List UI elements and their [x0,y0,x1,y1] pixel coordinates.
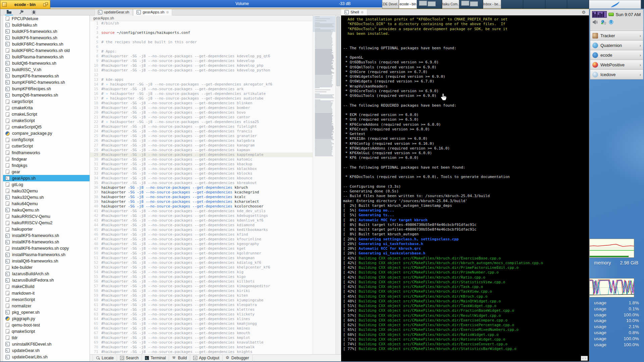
taskbar-empty-slot[interactable] [523,0,545,9]
file-tree-item[interactable]: haiku64Qemu [3,200,90,207]
panel-button-app-output[interactable]: App Output [190,355,223,362]
speaker-icon[interactable] [593,20,598,26]
file-tree-item[interactable]: buildRISC_V.sh [3,66,90,73]
taskbar-window-thumbnails[interactable] [459,0,483,9]
terminal-settings-gear-icon[interactable]: ⚙ [582,10,586,15]
file-tree-item[interactable]: updateGear.sh [3,347,90,354]
file-tree-item[interactable]: normalizer [3,303,90,309]
file-tree-item[interactable]: findframeworks [3,149,90,156]
minimap[interactable] [313,15,335,354]
network-icon[interactable] [601,20,606,26]
volume-window-bar[interactable]: Volume -33 dB [50,0,382,7]
file-tree-item[interactable]: installKF6-frameworks.sh [3,239,90,245]
file-tree-item[interactable]: compare_package.py [3,130,90,137]
file-tree-item[interactable]: cutterScript [3,143,90,149]
file-tree-item[interactable]: buildKF6-frameworks.sh [3,35,90,41]
file-tree-item[interactable]: bumpKF6-frameworks.sh [3,73,90,79]
shell-tab[interactable]: Shell ⊗ [341,9,367,15]
panel-button-search[interactable]: Search [117,355,142,362]
taskbar-empty-slot[interactable] [501,0,523,9]
taskbar-empty-slot[interactable] [567,0,589,9]
file-tree-item[interactable]: bumpKF6RC-frameworks.sh [3,79,90,85]
tab-close-icon[interactable]: ⊗ [166,10,169,14]
file-tree-item[interactable]: cmakeScript [3,118,90,124]
window-title-tab[interactable]: ecode - bin [0,0,50,9]
panel-button-debugger[interactable]: Debugger [223,355,253,362]
desktop-area[interactable]: Sun 9:07 AM Tracker›Quaternion›ecode›Web… [589,9,644,362]
chat-icon[interactable] [609,20,614,26]
file-tree-item[interactable]: cargoScript [3,99,90,105]
file-tree-item[interactable]: cmakeKrita [3,105,90,111]
file-tree-item[interactable]: buildHaiku.sh [3,22,90,28]
file-tree-item[interactable]: tldr [3,335,90,341]
file-tree-item[interactable]: pkg_opener.sh [3,309,90,315]
file-tree-item[interactable]: bumpKF6Recipes.sh [3,86,90,92]
haiku-leaf-icon[interactable] [589,0,641,9]
file-tree-item[interactable]: haikuRRISCV-Qemu [3,213,90,220]
deskbar-app-icedove[interactable]: Icedove› [590,70,643,79]
file-tree-item[interactable]: haikuRRISCV-Qemu2 [3,220,90,226]
terminal-pane[interactable]: Add the installation prefix of "KF6DocTo… [341,15,589,361]
file-tree-item[interactable]: haikuporter [3,226,90,233]
panel-button-locate[interactable]: Locate [93,355,117,362]
deskbar-app-quaternion[interactable]: Quaternion› [590,41,643,50]
file-tree-item[interactable]: gitLog [3,181,90,188]
file-tree-item[interactable]: findpkgs [3,162,90,169]
file-tree-item[interactable]: haiku32Qemu.sh [3,194,90,200]
file-tree-item[interactable]: pkggraph.py [3,315,90,322]
file-tree-item[interactable]: makeCBuild [3,284,90,290]
file-tree-item[interactable]: gearApps.sh [3,175,90,181]
shell-tab-close-icon[interactable]: ⊗ [361,10,364,14]
file-tree-item[interactable]: qemu-boot-test [3,322,90,328]
panel-button-build[interactable]: Build [169,355,190,362]
file-tree-item[interactable]: installQt6-frameworks.sh [3,258,90,264]
editor-scrollbar-thumb[interactable] [336,16,340,86]
file-tree-item[interactable]: buildQt6-frameworks.sh [3,60,90,66]
file-tree-item[interactable]: cmakeScriptQt5 [3,124,90,130]
file-tree-item[interactable]: cmakeLScript [3,111,90,118]
file-tree-item[interactable]: buildKF6RC-frameworks.sh old [3,47,90,54]
tools-wrench-icon[interactable] [18,9,25,15]
file-tree-item[interactable]: haiku32Qemu [3,188,90,194]
file-tree-item[interactable]: bumpQt6-frameworks.sh [3,92,90,99]
file-tree-item[interactable]: uninstallKF6Devel.sh [3,341,90,347]
window-zoom-button[interactable] [43,2,48,7]
taskbar-empty-slot[interactable] [545,0,567,9]
code-editor[interactable]: gearApps.sh 1#/bin/sh23source ~/config/s… [90,15,313,354]
file-tree-item[interactable]: lazarusBuildFedora.sh [3,277,90,284]
clock[interactable]: Sun 9:07 AM [615,12,641,17]
file-tree-item[interactable]: configScript [3,137,90,143]
terminal-resize-glyphs[interactable]: ‹› [581,356,588,361]
file-tree-item[interactable]: kde-builder [3,264,90,271]
panel-button-terminal[interactable]: Terminal [142,355,169,362]
debug-bug-icon[interactable] [30,9,38,15]
deskbar-app-tracker[interactable]: Tracker› [590,31,643,41]
taskbar-window-tab[interactable]: KDE Devel... [382,0,399,9]
file-tree-item[interactable]: buildPlasma-frameworks.sh [3,54,90,60]
code-area[interactable]: 1#/bin/sh23source ~/config/settings/haik… [90,21,313,354]
file-tree-item[interactable]: buildKF6RC-frameworks.sh [3,41,90,47]
file-tree-item[interactable]: haikuQemu.sh [3,207,90,213]
taskbar-window-tab[interactable]: Inbox - be... [483,0,501,9]
editor-tab-gearApps.sh[interactable]: gearApps.sh⊗ [133,9,172,15]
files-panel-tab[interactable] [5,9,13,15]
file-tree-item[interactable]: updateGearLibs.sh [3,354,90,360]
deskbar-app-webpositive[interactable]: WebPositive› [590,60,643,70]
file-tree-item[interactable]: installPlasma-frameworks.sh [3,252,90,258]
file-tree-item[interactable]: gear [3,169,90,175]
file-tree-item[interactable]: qmakeScript [3,328,90,335]
editor-tab-updateGear.sh[interactable]: updateGear.sh [95,9,132,15]
file-tree-item[interactable]: installKF6-frameworks.sh copy [3,245,90,252]
file-tree-item[interactable]: markdown-it [3,290,90,296]
file-tree-item[interactable]: lazarusBuildArch.sh [3,271,90,277]
file-tree-item[interactable]: FPCUPdeluxe [3,15,90,22]
file-tree-item[interactable]: findgear [3,156,90,162]
taskbar-window-tab[interactable]: Haiku Com... [442,0,459,9]
file-tree-item[interactable]: buildKF5-frameworks.sh [3,28,90,35]
editor-scrollbar[interactable] [335,15,341,354]
file-tree-item[interactable]: installKF5-frameworks.sh [3,233,90,239]
deskbar-app-ecode[interactable]: ecode› [590,50,643,60]
window-close-button[interactable] [2,2,7,7]
file-tree-item[interactable]: mesonScript [3,296,90,303]
taskbar-window-tab[interactable]: ecode - bin [399,0,417,9]
